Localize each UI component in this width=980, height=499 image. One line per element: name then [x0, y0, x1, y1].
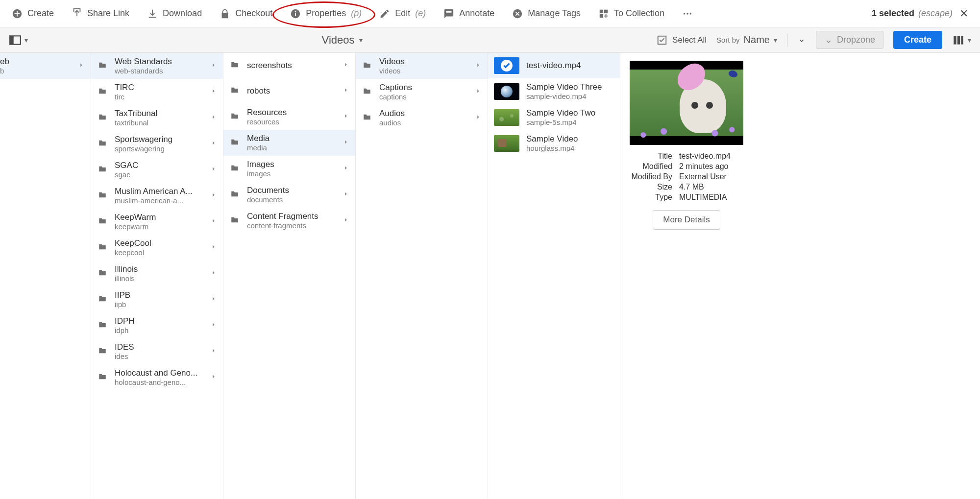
select-all-label: Select All	[672, 35, 707, 45]
asset-row[interactable]: Sample Video Twosample-5s.mp4	[488, 104, 620, 130]
folder-row[interactable]: Resourcesresources	[223, 104, 355, 130]
folder-row[interactable]: Imagesimages	[223, 156, 355, 182]
sort-direction[interactable]	[797, 35, 806, 46]
share-link-action[interactable]: Share Link	[72, 8, 129, 19]
annotate-action[interactable]: Annotate	[443, 8, 494, 19]
create-action[interactable]: Create	[12, 8, 54, 19]
folder-name: media	[247, 143, 336, 152]
rail-toggle[interactable]: ▾	[9, 34, 28, 47]
folder-icon	[362, 61, 372, 71]
metadata-key: Size	[628, 183, 672, 191]
svg-rect-2	[15, 13, 20, 14]
download-action[interactable]: Download	[147, 8, 202, 19]
folder-title: SGAC	[115, 161, 203, 170]
folder-title: Documents	[247, 186, 336, 195]
metadata-key: Title	[628, 152, 672, 161]
asset-row[interactable]: Sample Video Threesample-video.mp4	[488, 78, 620, 104]
properties-shortcut: (p)	[351, 8, 362, 19]
folder-title: Audios	[379, 109, 468, 119]
folder-row[interactable]: IDESides	[91, 338, 223, 364]
arrow-down-icon	[824, 36, 833, 45]
folder-row[interactable]: Audiosaudios	[356, 105, 488, 131]
create-button[interactable]: Create	[893, 31, 942, 49]
asset-filename: sample-video.mp4	[526, 92, 614, 100]
chevron-right-icon	[343, 165, 349, 173]
folder-title: Media	[247, 134, 336, 143]
more-actions[interactable]	[682, 8, 693, 19]
chevron-right-icon	[210, 295, 217, 304]
view-switcher[interactable]: ▾	[952, 34, 971, 47]
chevron-right-icon	[210, 62, 217, 71]
sort-by[interactable]: Sort by Name ▾	[716, 34, 777, 46]
selection-status: 1 selected (escape) ✕	[872, 7, 968, 20]
manage-tags-label: Manage Tags	[528, 8, 581, 19]
asset-row[interactable]: Sample Videohourglass.mp4	[488, 130, 620, 156]
chevron-right-icon	[210, 243, 217, 252]
folder-row[interactable]: TIRCtirc	[91, 79, 223, 105]
column-3: VideosvideosCaptionscaptionsAudiosaudios	[356, 53, 488, 499]
properties-action[interactable]: Properties (p)	[290, 8, 362, 19]
folder-row[interactable]: Sportswageringsportswagering	[91, 131, 223, 157]
folder-title: Web Standards	[115, 57, 203, 67]
svg-point-12	[690, 13, 692, 15]
dropzone-button[interactable]: Dropzone	[816, 31, 883, 49]
chevron-right-icon	[475, 114, 482, 122]
folder-row[interactable]: KeepWarmkeepwarm	[91, 209, 223, 235]
breadcrumb-title[interactable]: Videos ▾	[35, 34, 650, 47]
svg-point-10	[684, 13, 686, 15]
folder-row[interactable]: Documentsdocuments	[223, 182, 355, 208]
folder-title: Holocaust and Geno...	[115, 368, 203, 378]
folder-icon	[97, 216, 108, 227]
folder-row[interactable]: robots	[223, 78, 355, 104]
chevron-right-icon	[210, 321, 217, 330]
folder-row[interactable]: Holocaust and Geno...holocaust-and-geno.…	[91, 364, 223, 390]
folder-name: iipb	[115, 300, 203, 309]
more-details-button[interactable]: More Details	[653, 210, 720, 230]
folder-icon	[97, 190, 108, 201]
folder-icon	[229, 112, 240, 122]
folder-name: captions	[379, 93, 468, 101]
folder-row[interactable]: SGACsgac	[91, 157, 223, 183]
folder-icon	[362, 113, 372, 123]
folder-row[interactable]: TaxTribunaltaxtribunal	[91, 105, 223, 131]
column-1: Web Standardsweb-standardsTIRCtircTaxTri…	[91, 53, 223, 499]
metadata-value: External User	[679, 172, 727, 181]
selection-count: 1 selected	[872, 8, 914, 19]
escape-hint: (escape)	[918, 8, 953, 19]
folder-title: Videos	[379, 57, 468, 67]
folder-row[interactable]: Videosvideos	[356, 53, 488, 79]
columns-browser[interactable]: ebb Web Standardsweb-standardsTIRCtircTa…	[0, 53, 980, 499]
folder-title: Resources	[247, 108, 336, 118]
to-collection-action[interactable]: To Collection	[598, 8, 664, 19]
folder-row[interactable]: Mediamedia	[223, 130, 355, 156]
preview-thumbnail[interactable]	[630, 61, 743, 145]
folder-row[interactable]: screenshots	[223, 53, 355, 78]
metadata-list: Titletest-video.mp4Modified2 minutes ago…	[628, 152, 745, 203]
asset-row[interactable]: test-video.mp4	[488, 53, 620, 78]
select-all[interactable]: Select All	[657, 35, 707, 46]
close-icon[interactable]: ✕	[959, 7, 968, 20]
folder-title: KeepCool	[115, 238, 203, 248]
folder-row[interactable]: IIPBiipb	[91, 286, 223, 312]
folder-row[interactable]: Web Standardsweb-standards	[91, 53, 223, 79]
folder-row[interactable]: Muslim American A...muslim-american-a...	[91, 183, 223, 209]
folder-icon	[229, 86, 240, 96]
folder-row[interactable]: IDPHidph	[91, 312, 223, 338]
folder-row[interactable]: Content Fragmentscontent-fragments	[223, 208, 355, 234]
folder-row[interactable]: Captionscaptions	[356, 79, 488, 105]
arrow-down-icon	[797, 35, 806, 44]
chevron-right-icon	[343, 87, 349, 95]
manage-tags-action[interactable]: Manage Tags	[512, 8, 581, 19]
chevron-right-icon	[210, 191, 217, 200]
folder-name: taxtribunal	[115, 119, 203, 127]
pencil-icon	[379, 8, 390, 19]
edit-action[interactable]: Edit (e)	[379, 8, 426, 19]
checkout-action[interactable]: Checkout	[220, 8, 272, 19]
folder-title: robots	[247, 86, 336, 96]
folder-row[interactable]: ebb	[0, 53, 91, 79]
metadata-key: Modified	[628, 162, 672, 171]
properties-label: Properties	[306, 8, 346, 19]
folder-row[interactable]: Illinoisillinois	[91, 261, 223, 286]
folder-icon	[97, 61, 108, 71]
folder-row[interactable]: KeepCoolkeepcool	[91, 235, 223, 261]
